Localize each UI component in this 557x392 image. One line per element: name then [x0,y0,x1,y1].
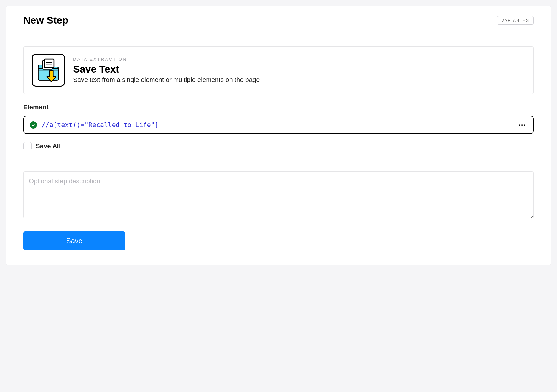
panel-title: New Step [23,14,68,26]
new-step-panel: New Step VARIABLES [6,6,551,265]
panel-body-bottom: Save [6,159,551,265]
step-description: Save text from a single element or multi… [73,76,525,84]
step-category: DATA EXTRACTION [73,57,525,62]
step-description-input[interactable] [23,171,534,218]
save-button[interactable]: Save [23,231,125,250]
element-selector-input[interactable]: ··· [23,116,534,134]
step-name: Save Text [73,63,525,75]
save-all-label: Save All [36,142,61,150]
folder-download-icon [32,54,65,87]
step-meta: DATA EXTRACTION Save Text Save text from… [73,57,525,84]
save-all-row: Save All [23,142,534,150]
svg-rect-1 [44,59,54,67]
more-options-icon[interactable]: ··· [517,121,527,129]
element-field-label: Element [23,103,534,111]
variables-button[interactable]: VARIABLES [497,16,534,25]
xpath-input[interactable] [42,121,512,129]
panel-header: New Step VARIABLES [6,6,551,34]
save-all-checkbox[interactable] [23,142,32,150]
step-type-card: DATA EXTRACTION Save Text Save text from… [23,46,534,94]
panel-body-top: DATA EXTRACTION Save Text Save text from… [6,34,551,159]
valid-check-icon [30,121,37,129]
